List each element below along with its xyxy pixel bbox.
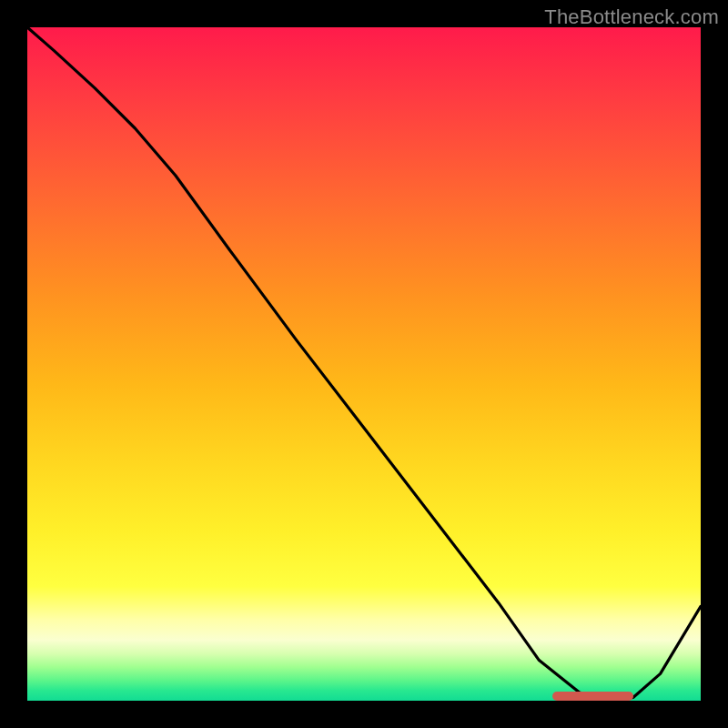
watermark-text: TheBottleneck.com	[544, 5, 719, 29]
curve-path	[27, 27, 701, 701]
plot-area	[27, 27, 701, 701]
optimal-range-marker	[552, 692, 633, 701]
chart-frame: TheBottleneck.com	[0, 0, 728, 728]
curve-svg	[27, 27, 701, 701]
